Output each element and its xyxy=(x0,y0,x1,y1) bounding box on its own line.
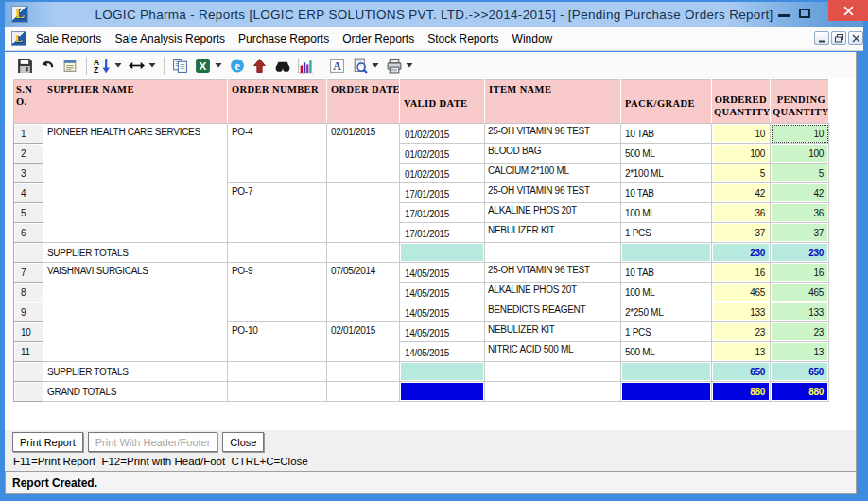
cell-pack-grade[interactable]: 1 PCS xyxy=(621,322,712,342)
cell-order-number[interactable]: PO-4 xyxy=(228,124,327,183)
cell-valid-date[interactable]: 14/05/2015 xyxy=(400,322,485,342)
column-header-order-number[interactable]: ORDER NUMBER xyxy=(228,80,327,124)
cell-valid-date[interactable]: 01/02/2015 xyxy=(400,144,485,164)
column-header-pack-grade[interactable]: PACK/GRADE xyxy=(621,80,712,124)
row-header[interactable]: 10 xyxy=(14,322,43,342)
row-header[interactable] xyxy=(14,362,43,382)
cell-item-name[interactable]: ALKALINE PHOS 20T xyxy=(485,283,621,302)
row-header[interactable]: 3 xyxy=(14,164,43,183)
cell-valid-date[interactable]: 17/01/2015 xyxy=(400,223,485,243)
cell-ordered-qty[interactable]: 23 xyxy=(712,322,771,342)
cell-ordered-qty[interactable]: 133 xyxy=(712,302,771,322)
cell-ordered-qty[interactable]: 16 xyxy=(712,263,771,283)
cell-ordered-qty[interactable]: 100 xyxy=(712,144,771,164)
menu-item-sale-analysis-reports[interactable]: Sale Analysis Reports xyxy=(108,32,232,45)
cell-item-name[interactable]: ALKALINE PHOS 20T xyxy=(485,203,621,223)
cell-valid-date[interactable]: 14/05/2015 xyxy=(400,302,485,322)
undo-icon[interactable] xyxy=(39,57,57,75)
cell-pack-grade[interactable]: 500 ML xyxy=(621,342,712,362)
menu-item-stock-reports[interactable]: Stock Reports xyxy=(421,32,505,45)
row-header[interactable]: 8 xyxy=(14,283,43,302)
cell-pending-total[interactable]: 880 xyxy=(771,382,829,402)
cell-pending-qty[interactable]: 37 xyxy=(771,223,829,243)
cell-item-name[interactable] xyxy=(485,382,621,402)
close-button[interactable] xyxy=(828,0,868,21)
cell-valid-date[interactable]: 14/05/2015 xyxy=(400,283,485,302)
cell-pending-qty[interactable]: 42 xyxy=(771,183,829,203)
cell-valid-date[interactable] xyxy=(400,362,485,382)
cell-item-name[interactable] xyxy=(485,243,621,263)
cell-pending-qty[interactable]: 36 xyxy=(771,203,829,223)
minimize-icon[interactable] xyxy=(778,14,790,17)
cell-order-number[interactable] xyxy=(228,382,327,402)
cell-pack-grade[interactable]: 2*250 ML xyxy=(621,302,712,322)
internet-explorer-icon[interactable]: e xyxy=(228,57,246,75)
find-icon[interactable] xyxy=(273,57,291,75)
column-header-supplier-name[interactable]: SUPPLIER NAME xyxy=(43,80,228,124)
mdi-restore-button[interactable] xyxy=(831,31,846,45)
cell-pack-grade[interactable]: 100 ML xyxy=(621,203,712,223)
row-header[interactable] xyxy=(14,243,43,263)
cell-ordered-total[interactable]: 880 xyxy=(712,382,771,402)
cell-valid-date[interactable]: 17/01/2015 xyxy=(400,183,485,203)
cell-ordered-qty[interactable]: 5 xyxy=(712,164,771,183)
cell-order-date[interactable] xyxy=(327,243,400,263)
menu-item-purchase-reports[interactable]: Purchase Reports xyxy=(232,32,336,45)
cell-pack-grade[interactable]: 2*100 ML xyxy=(621,164,712,183)
cell-item-name[interactable]: NITRIC ACID 500 ML xyxy=(485,342,621,362)
cell-ordered-qty[interactable]: 10 xyxy=(712,124,771,144)
cell-valid-date[interactable]: 01/02/2015 xyxy=(400,164,485,183)
dropdown-icon[interactable] xyxy=(372,62,379,68)
cell-pack-grade[interactable]: 10 TAB xyxy=(621,183,712,203)
cell-item-name[interactable]: NEBULIZER KIT xyxy=(485,322,621,342)
cell-order-date[interactable]: 02/01/2015 xyxy=(327,124,400,183)
cell-item-name[interactable]: NEBULIZER KIT xyxy=(485,223,621,243)
cell-pack-grade[interactable]: 10 TAB xyxy=(621,263,712,283)
row-header[interactable]: 5 xyxy=(14,203,43,223)
cell-pack-grade[interactable] xyxy=(621,243,712,263)
cell-item-name[interactable]: BLOOD BAG xyxy=(485,144,621,164)
print-preview-icon[interactable] xyxy=(351,57,369,75)
cell-valid-date[interactable]: 14/05/2015 xyxy=(400,263,485,283)
cell-item-name[interactable]: BENEDICTS REAGENT xyxy=(485,302,621,322)
cell-order-number[interactable]: PO-7 xyxy=(228,183,327,243)
cell-pending-qty[interactable]: 5 xyxy=(771,164,829,183)
row-header[interactable]: 1 xyxy=(14,124,43,144)
cell-ordered-qty[interactable]: 13 xyxy=(712,342,771,362)
copy-icon[interactable] xyxy=(171,57,189,75)
cell-pending-qty[interactable]: 133 xyxy=(771,302,829,322)
column-header-valid-date[interactable]: VALID DATE xyxy=(400,80,485,124)
column-header-item-name[interactable]: ITEM NAME xyxy=(485,80,621,124)
cell-item-name[interactable]: 25-OH VITAMIN 96 TEST xyxy=(485,183,621,203)
print-icon[interactable] xyxy=(385,57,403,75)
cell-valid-date[interactable] xyxy=(400,382,485,402)
row-header[interactable]: 7 xyxy=(14,263,43,283)
cell-pack-grade[interactable] xyxy=(621,362,712,382)
cell-pending-qty[interactable]: 13 xyxy=(771,342,829,362)
row-header[interactable]: 6 xyxy=(14,223,43,243)
cell-pending-qty-selected[interactable]: 10 xyxy=(771,124,829,144)
font-icon[interactable]: A xyxy=(328,57,346,75)
mdi-close-button[interactable] xyxy=(848,31,863,45)
cell-pack-grade[interactable]: 1 PCS xyxy=(621,223,712,243)
cell-valid-date[interactable]: 17/01/2015 xyxy=(400,203,485,223)
row-header[interactable]: 2 xyxy=(14,144,43,164)
menu-item-window[interactable]: Window xyxy=(506,32,560,45)
cell-ordered-total[interactable]: 230 xyxy=(712,243,771,263)
dropdown-icon[interactable] xyxy=(215,62,222,68)
cell-order-date[interactable] xyxy=(327,362,400,382)
cell-pending-qty[interactable]: 23 xyxy=(771,322,829,342)
row-header[interactable]: 9 xyxy=(14,302,43,322)
cell-pending-qty[interactable]: 100 xyxy=(771,144,829,164)
cell-pack-grade[interactable]: 10 TAB xyxy=(621,124,712,144)
cell-order-number[interactable]: PO-9 xyxy=(228,263,327,322)
cell-valid-date[interactable] xyxy=(400,243,485,263)
cell-pending-total[interactable]: 650 xyxy=(771,362,829,382)
cell-pending-qty[interactable]: 16 xyxy=(771,263,829,283)
mdi-minimize-button[interactable] xyxy=(814,31,829,45)
cell-pack-grade[interactable] xyxy=(621,382,712,402)
cell-order-date[interactable] xyxy=(327,382,400,402)
menu-item-order-reports[interactable]: Order Reports xyxy=(336,32,421,45)
save-icon[interactable] xyxy=(16,57,34,75)
cell-totals-label[interactable]: GRAND TOTALS xyxy=(43,382,228,402)
